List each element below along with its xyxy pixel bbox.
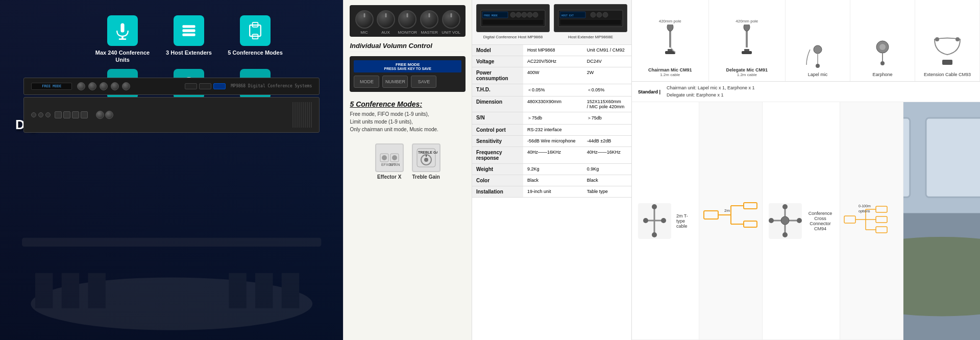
spec-val-freq-unit: 40Hz——16KHz — [583, 147, 631, 164]
extender-device-img: HOST EXT Host Extender MP9868E — [554, 4, 627, 40]
cross-connector-label: Conference CrossConnector CM94 — [807, 211, 834, 231]
svg-point-43 — [510, 12, 516, 17]
spec-val-freq-host: 40Hz——16KHz — [523, 147, 583, 164]
delegate-mic-label: Delegate Mic CM91 — [726, 67, 768, 72]
svg-point-79 — [661, 218, 666, 223]
svg-rect-74 — [942, 60, 952, 65]
knob-unit-vol: UNIT VOL — [442, 10, 460, 35]
earphone-item: Earphone — [850, 0, 915, 81]
svg-point-31 — [382, 155, 387, 160]
svg-text:0-100m: 0-100m — [859, 204, 871, 208]
spec-val-thd-host: ＜0.05% — [523, 84, 583, 96]
chairman-mic-label: Chairman Mic CM91 — [648, 67, 692, 72]
effector-x-item: EFXOUT EFXIN Effector X — [375, 143, 404, 180]
knob-aux-dial[interactable] — [377, 10, 395, 29]
svg-text:options: options — [859, 209, 870, 213]
spec-key-color: Color — [472, 175, 523, 186]
svg-point-65 — [814, 45, 822, 54]
spec-key-freq: Frequency response — [472, 147, 523, 164]
knobs-row: MIC AUX MONITOR MASTER UNIT VOL — [350, 5, 465, 37]
spec-val-model-unit: Unit CM91 / CM92 — [583, 45, 631, 56]
delegate-mic-item: 420mm pole Delegate Mic CM91 1.2m cable — [709, 0, 786, 81]
accessories-top-row: 420mm pole Chairman Mic CM91 1.2m cable … — [632, 0, 980, 82]
number-button[interactable]: NUMBER — [382, 76, 408, 88]
chairman-mic-item: 420mm pole Chairman Mic CM91 1.2m cable — [632, 0, 709, 81]
svg-rect-7 — [282, 273, 299, 308]
spec-row-power: Power consumption 400W 2W — [472, 67, 631, 84]
spec-val-control-port-host: RS-232 interface — [523, 125, 631, 136]
spec-key-thd: T.H.D. — [472, 84, 523, 96]
svg-point-80 — [652, 232, 657, 237]
spec-val-power-host: 400W — [523, 67, 583, 84]
spec-row-dimension: Dimension 480X330X90mm 152X115X60mm/ MIC… — [472, 96, 631, 112]
t-type-cable-item: 2m T-type cable — [632, 102, 699, 340]
main-container: Max 240 Conference Units 3 Host Extender… — [0, 0, 980, 340]
svg-point-52 — [591, 12, 596, 17]
knob-mic-label: MIC — [360, 30, 368, 35]
svg-rect-55 — [560, 19, 621, 25]
knob-mic-dial[interactable] — [355, 10, 374, 29]
svg-rect-63 — [744, 49, 749, 51]
standard-label: Standard | — [638, 89, 664, 94]
svg-point-77 — [652, 204, 657, 209]
mode-button[interactable]: MODE — [354, 76, 379, 88]
svg-rect-48 — [482, 19, 544, 25]
knob-monitor-dial[interactable] — [398, 10, 416, 29]
svg-rect-86 — [744, 203, 757, 209]
svg-point-94 — [769, 218, 774, 223]
svg-rect-5 — [229, 273, 246, 308]
knob-unit-vol-label: UNIT VOL — [442, 30, 460, 35]
svg-rect-88 — [744, 221, 757, 227]
svg-rect-103 — [876, 216, 887, 223]
conference-modes-section: 5 Conference Modes: Free mode, FIFO mode… — [350, 96, 465, 137]
spec-val-voltage-unit: DC24V — [583, 56, 631, 67]
spec-val-power-unit: 2W — [583, 67, 631, 84]
svg-point-78 — [643, 218, 648, 223]
spec-val-dimension-host: 480X330X90mm — [523, 96, 583, 112]
delegate-pole-label: 420mm pole — [736, 19, 758, 23]
spec-row-voltage: Voltage AC220V/50Hz DC24V — [472, 56, 631, 67]
spec-key-voltage: Voltage — [472, 56, 523, 67]
svg-point-45 — [522, 12, 527, 17]
standard-row: Standard | Chairman unit: Lapel mic x 1,… — [632, 82, 980, 102]
spec-row-installation: Installation 19-inch unit Table type — [472, 186, 631, 198]
knob-master: MASTER — [420, 10, 438, 35]
knob-mic: MIC — [355, 10, 374, 35]
mode-display: FREE MODE PRESS SAVE KEY TO SAVE — [354, 60, 461, 72]
host-device-img: FREE MODE Digital Conference Host MP9868 — [476, 4, 550, 40]
svg-rect-105 — [876, 227, 887, 233]
standard-text: Chairman unit: Lapel mic x 1, Earphone x… — [667, 85, 755, 99]
knob-unit-vol-dial[interactable] — [442, 10, 460, 29]
svg-point-93 — [782, 232, 788, 237]
spec-key-control-port: Control port — [472, 125, 523, 136]
svg-rect-59 — [665, 51, 675, 54]
extension-cable-label: Extension Cable CM93 — [924, 72, 971, 77]
svg-point-71 — [880, 61, 885, 65]
left-panel: Max 240 Conference Units 3 Host Extender… — [0, 0, 343, 340]
save-button[interactable]: SAVE — [411, 76, 436, 88]
svg-point-32 — [392, 155, 397, 160]
svg-point-72 — [935, 37, 939, 41]
spec-val-color-host: Black — [523, 175, 583, 186]
lapel-mic-item: Lapel mic — [786, 0, 850, 81]
knob-master-dial[interactable] — [420, 10, 438, 29]
mode-panel: FREE MODE PRESS SAVE KEY TO SAVE MODE NU… — [350, 56, 465, 92]
svg-rect-64 — [742, 51, 752, 54]
svg-point-38 — [424, 158, 428, 162]
knob-master-label: MASTER — [421, 30, 437, 35]
spec-val-weight-unit: 0.9Kg — [583, 164, 631, 175]
spec-val-model-host: Host MP9868 — [523, 45, 583, 56]
spec-row-control-port: Control port RS-232 interface — [472, 125, 631, 136]
spec-key-sensitivity: Sensitivity — [472, 136, 523, 147]
svg-rect-3 — [62, 273, 79, 308]
cross-connector-diagram: 0-100m options — [840, 102, 903, 340]
svg-point-96 — [781, 216, 789, 225]
accessories-panel: 420mm pole Chairman Mic CM91 1.2m cable … — [631, 0, 980, 340]
volume-control-title: Individual Volumn Control — [350, 41, 465, 52]
effectors-row: EFXOUT EFXIN Effector X TREBLE GAIN — [350, 141, 465, 182]
earphone-label: Earphone — [873, 72, 893, 77]
t-type-cable-img — [638, 203, 671, 239]
spec-val-installation-host: 19-inch unit — [523, 186, 583, 198]
conference-modes-text: Free mode, FIFO mode (1-9 units), Limit … — [350, 110, 465, 133]
spec-row-weight: Weight 9.2Kg 0.9Kg — [472, 164, 631, 175]
